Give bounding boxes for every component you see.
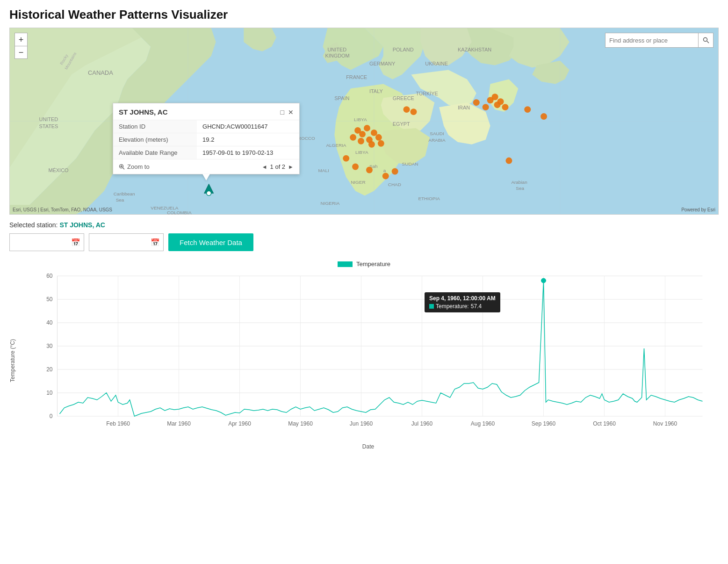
prev-page-button[interactable]: ◄ [262,164,267,170]
svg-text:May 1960: May 1960 [288,420,313,427]
start-date-calendar-icon[interactable]: 📅 [71,238,80,247]
svg-text:Aug 1960: Aug 1960 [471,420,495,427]
svg-point-63 [483,104,489,110]
page-title: Historical Weather Patterns Visualizer [9,7,719,22]
svg-point-69 [541,113,547,120]
svg-text:Apr 1960: Apr 1960 [228,420,251,427]
svg-text:UKRAINE: UKRAINE [425,61,448,66]
svg-point-48 [354,127,361,134]
svg-point-65 [492,94,498,100]
svg-text:FRANCE: FRANCE [346,74,367,80]
svg-point-55 [352,164,359,170]
map-search-button[interactable] [699,33,714,48]
svg-text:TÜRKİYE: TÜRKİYE [416,91,438,96]
svg-point-57 [392,168,398,174]
svg-text:COLOMBIA: COLOMBIA [167,210,192,214]
svg-text:CHAD: CHAD [388,182,401,187]
legend-label: Temperature [356,260,390,268]
next-page-button[interactable]: ► [288,164,294,170]
map-attribution-right: Powered by Esri [681,207,715,212]
map-zoom-controls: + − [14,33,28,59]
map-attribution-left: Esri, USGS | Esri, TomTom, FAO, NOAA, US… [13,207,112,212]
svg-text:20: 20 [46,366,53,373]
svg-text:0: 0 [50,413,53,419]
svg-point-58 [382,173,389,179]
svg-point-53 [350,134,356,141]
popup-zoom-to[interactable]: Zoom to [119,163,150,170]
svg-point-67 [502,104,509,110]
chart-container: Temperature Temperature (°C) Sep 4, 1960… [9,256,719,450]
popup-table: Station ID GHCND:ACW00011647 Elevation (… [113,120,299,159]
date-range-label: Available Date Range [113,146,197,159]
map-search-area [605,33,714,48]
svg-text:Nov 1960: Nov 1960 [653,420,678,427]
map-search-input[interactable] [605,33,699,48]
popup-tail [202,174,210,181]
svg-text:Caribbean: Caribbean [114,191,135,196]
svg-point-54 [343,155,349,162]
y-axis-label: Temperature (°C) [9,339,16,382]
date-controls: 01/01/1960 📅 12/31/1960 📅 Fetch Weather … [9,233,719,251]
search-icon [702,36,710,44]
svg-point-66 [497,98,504,105]
svg-point-68 [524,106,531,113]
svg-text:Jul 1960: Jul 1960 [411,420,433,427]
svg-text:UNITED: UNITED [327,47,346,52]
svg-point-61 [473,99,480,106]
svg-text:CANADA: CANADA [88,69,113,76]
svg-point-73 [703,38,707,42]
svg-text:IRAN: IRAN [458,105,470,110]
svg-point-45 [371,130,377,136]
svg-text:MALI: MALI [318,168,329,173]
end-date-wrap: 12/31/1960 📅 [89,233,164,251]
svg-text:Sea: Sea [516,186,524,191]
svg-point-47 [364,125,370,131]
zoom-to-label: Zoom to [127,163,150,170]
svg-text:Jun 1960: Jun 1960 [350,420,373,427]
svg-text:GREECE: GREECE [393,95,414,101]
svg-text:SPAIN: SPAIN [334,95,349,101]
popup-title: ST JOHNS, AC [119,108,167,116]
chart-wrapper: Temperature (°C) Sep 4, 1960, 12:00:00 A… [9,271,719,450]
svg-text:Sep 1960: Sep 1960 [532,420,556,427]
svg-point-49 [375,134,382,141]
svg-text:30: 30 [46,343,53,349]
selected-station-prefix: Selected station: [9,221,59,229]
svg-point-52 [378,140,384,147]
zoom-in-button[interactable]: + [14,33,28,46]
svg-text:GERMANY: GERMANY [369,61,396,66]
zoom-out-button[interactable]: − [14,46,28,59]
svg-point-60 [411,108,417,115]
station-id-value: GHCND:ACW00011647 [197,120,299,133]
selected-station-label: Selected station: ST JOHNS, AC [9,221,719,229]
chart-inner: Sep 4, 1960, 12:00:00 AM Temperature: 57… [18,271,719,450]
svg-text:ETHIOPIA: ETHIOPIA [418,196,440,201]
start-date-wrap: 01/01/1960 📅 [9,233,84,251]
svg-text:EGYPT: EGYPT [393,121,410,127]
popup-header: ST JOHNS, AC □ ✕ [113,103,299,120]
svg-point-114 [541,278,546,283]
fetch-weather-button[interactable]: Fetch Weather Data [168,233,253,251]
svg-text:SAUDI: SAUDI [430,131,444,136]
svg-text:Sea: Sea [116,197,124,202]
svg-text:Arabian: Arabian [511,180,527,185]
end-date-calendar-icon[interactable]: 📅 [151,238,160,247]
pagination-text: 1 of 2 [270,163,286,170]
popup-close-button[interactable]: ✕ [288,108,294,116]
svg-text:NIGERIA: NIGERIA [320,201,339,206]
map-container: CANADA UNITED STATES MÉXICO Caribbean Se… [9,28,719,215]
svg-point-56 [366,167,373,174]
chart-svg: 60 50 40 30 20 10 0 [18,271,719,440]
controls-area: Selected station: ST JOHNS, AC 01/01/196… [9,215,719,256]
svg-text:POLAND: POLAND [393,47,414,52]
popup-expand-button[interactable]: □ [281,108,284,116]
x-axis-label: Date [18,443,719,450]
popup-header-icons: □ ✕ [281,108,294,116]
elevation-label: Elevation (meters) [113,133,197,146]
elevation-value: 19.2 [197,133,299,146]
svg-text:ARABIA: ARABIA [428,137,446,143]
svg-text:LIBYA: LIBYA [354,117,367,122]
svg-point-59 [404,106,410,113]
svg-point-72 [207,191,211,195]
svg-text:KAZAKHSTAN: KAZAKHSTAN [458,47,491,52]
